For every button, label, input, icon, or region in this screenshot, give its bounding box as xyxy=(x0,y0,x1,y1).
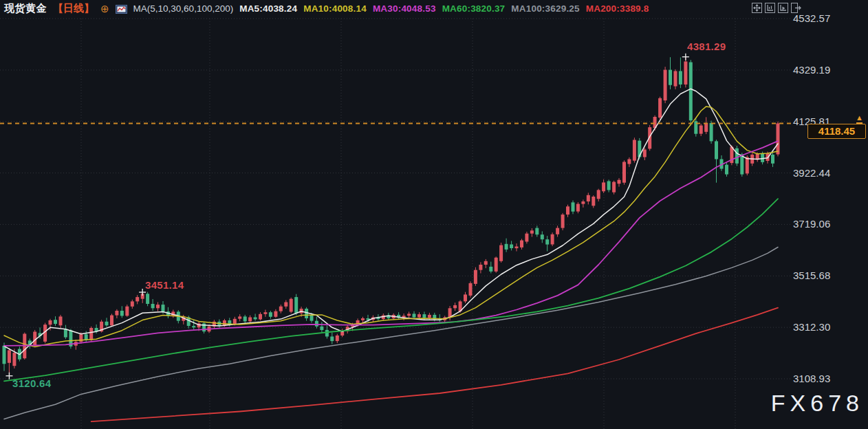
timeframe-label[interactable]: 【日线】 xyxy=(53,2,94,15)
annotation-high-3451: 3451.14 xyxy=(145,279,184,291)
current-price-badge: 4118.45 xyxy=(807,124,866,139)
y-axis-label: 3922.44 xyxy=(793,167,855,179)
ma30-value-label: MA30:4048.53 xyxy=(373,3,436,14)
ma5-value-label: MA5:4038.24 xyxy=(239,3,297,14)
axis-scale-left-icon[interactable] xyxy=(765,3,775,13)
ma200-value-label: MA200:3389.8 xyxy=(586,3,649,14)
instrument-title: 现货黄金 xyxy=(4,2,47,15)
price-chart-canvas[interactable] xyxy=(0,0,868,429)
chart-header: 现货黄金 【日线】 ⊕ MA(5,10,30,60,100,200) MA5:4… xyxy=(0,0,868,16)
y-axis-label: 3108.93 xyxy=(793,373,855,384)
fx678-watermark: FX678 xyxy=(771,390,864,417)
trading-chart-app: 现货黄金 【日线】 ⊕ MA(5,10,30,60,100,200) MA5:4… xyxy=(0,0,868,429)
price-up-arrow-icon: ▲ xyxy=(856,114,863,124)
chart-thumbnail-icon[interactable] xyxy=(116,4,127,13)
circle-plus-icon[interactable]: ⊕ xyxy=(100,3,109,14)
annotation-high-4381: 4381.29 xyxy=(687,41,726,52)
axis-scale-play-icon[interactable] xyxy=(778,3,788,13)
y-axis-label: 4329.19 xyxy=(793,64,855,76)
ma100-value-label: MA100:3629.25 xyxy=(511,3,579,14)
ma-summary-label: MA(5,10,30,60,100,200) xyxy=(133,3,234,14)
y-axis-label: 3719.06 xyxy=(793,218,855,230)
ma60-value-label: MA60:3820.37 xyxy=(442,3,506,14)
pan-crosshair-icon[interactable] xyxy=(752,3,762,13)
ma10-value-label: MA10:4008.14 xyxy=(303,3,367,14)
y-axis-label: 3515.68 xyxy=(793,270,855,281)
annotation-low-3120: 3120.64 xyxy=(12,377,51,389)
exit-chart-icon[interactable] xyxy=(791,3,801,13)
chart-toolbar xyxy=(752,3,801,13)
y-axis-label: 3312.30 xyxy=(793,321,855,333)
